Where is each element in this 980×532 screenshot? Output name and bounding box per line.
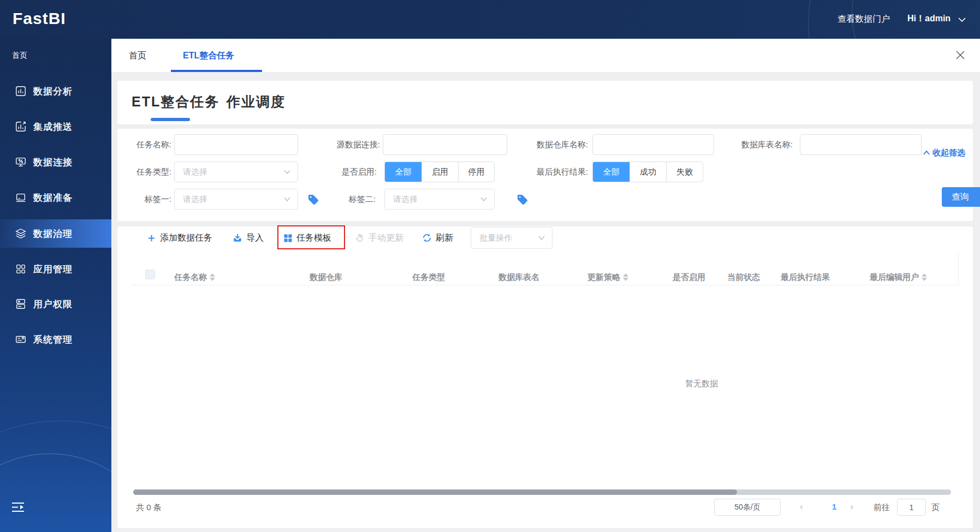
- column-header-enabled: 是否启用: [673, 269, 705, 285]
- task-type-select[interactable]: 请选择: [174, 162, 298, 182]
- window-tab-home[interactable]: 首页: [129, 39, 146, 72]
- enabled-option-on[interactable]: 启用: [422, 162, 459, 182]
- last-result-segmented-control: 全部 成功 失败: [592, 162, 703, 182]
- add-data-task-label: 添加数据任务: [160, 232, 212, 244]
- warehouse-name-input[interactable]: [592, 134, 714, 155]
- sidebar-item-data-connection[interactable]: 数据连接: [0, 148, 111, 176]
- plus-icon: [147, 234, 156, 243]
- column-header-warehouse: 数据仓库: [310, 269, 342, 285]
- last-result-option-success[interactable]: 成功: [630, 162, 667, 182]
- column-header-last-editor[interactable]: 最后编辑用户: [870, 269, 927, 285]
- collapse-filter-link[interactable]: 收起筛选: [923, 142, 965, 163]
- sidebar-item-data-governance[interactable]: 数据治理: [0, 219, 111, 248]
- tag-icon[interactable]: [516, 193, 529, 206]
- column-header-current-status: 当前状态: [727, 269, 760, 285]
- source-connection-input[interactable]: [383, 134, 507, 155]
- task-template-button[interactable]: 任务模板: [283, 230, 331, 246]
- bar-chart-icon: [15, 85, 27, 97]
- import-button[interactable]: 导入: [233, 230, 264, 246]
- sidebar-item-integration-push[interactable]: 集成推送: [0, 112, 111, 141]
- enabled-segmented-control: 全部 启用 停用: [384, 162, 495, 182]
- sidebar-decor-arc: [0, 421, 111, 532]
- goto-page-input[interactable]: [897, 499, 926, 516]
- column-label: 数据库表名: [498, 272, 539, 283]
- task-name-label: 任务名称:: [117, 134, 171, 155]
- push-chart-icon: [15, 121, 27, 133]
- chevron-down-icon: [283, 169, 291, 175]
- source-connection-label: 源数据连接:: [317, 134, 380, 155]
- refresh-button[interactable]: 刷新: [422, 230, 453, 246]
- manual-update-button[interactable]: 手动更新: [355, 230, 403, 246]
- enabled-option-all[interactable]: 全部: [385, 162, 422, 182]
- page-tab-underline: [151, 118, 190, 121]
- view-data-portal-link[interactable]: 查看数据门户: [838, 14, 890, 25]
- horizontal-scrollbar[interactable]: [133, 489, 951, 495]
- horizontal-scrollbar-thumb[interactable]: [133, 489, 737, 495]
- sidebar-item-data-preparation[interactable]: 数据准备: [0, 183, 111, 212]
- refresh-label: 刷新: [436, 232, 453, 244]
- tag-icon[interactable]: [307, 193, 320, 206]
- tag1-label: 标签一:: [117, 189, 171, 210]
- task-name-input[interactable]: [174, 134, 298, 155]
- last-result-option-fail[interactable]: 失败: [667, 162, 703, 182]
- sidebar-item-label: 数据治理: [33, 228, 73, 240]
- last-result-label: 最后执行结果:: [516, 162, 588, 182]
- sidebar-item-home[interactable]: 首页: [12, 51, 27, 61]
- table-name-label: 数据库表名称:: [721, 134, 793, 155]
- search-button[interactable]: 查询: [942, 187, 980, 207]
- user-card-icon: [15, 333, 27, 345]
- select-all-checkbox[interactable]: [145, 270, 155, 279]
- prev-page-button[interactable]: ‹: [796, 502, 807, 512]
- add-data-task-button[interactable]: 添加数据任务: [147, 230, 212, 246]
- sidebar-item-system-management[interactable]: 系统管理: [0, 325, 111, 354]
- next-page-button[interactable]: ›: [846, 502, 857, 512]
- goto-page-unit: 页: [931, 503, 940, 513]
- column-label: 任务类型: [412, 272, 445, 283]
- column-header-task-name[interactable]: 任务名称: [174, 269, 215, 285]
- page-tab-etl[interactable]: ETL整合任务: [132, 93, 219, 111]
- column-header-db-table: 数据库表名: [498, 269, 539, 285]
- column-label: 最后执行结果: [781, 272, 830, 283]
- user-greeting[interactable]: Hi！admin: [907, 13, 951, 25]
- sidebar-item-label: 集成推送: [33, 121, 73, 133]
- empty-state-text: 暂无数据: [669, 379, 734, 389]
- sidebar-item-app-management[interactable]: 应用管理: [0, 255, 111, 283]
- sidebar-item-label: 数据分析: [33, 85, 73, 98]
- table-name-input[interactable]: [800, 134, 922, 155]
- sort-icon[interactable]: [623, 273, 628, 281]
- import-download-icon: [233, 233, 242, 243]
- sort-icon[interactable]: [922, 273, 927, 281]
- sidebar-item-data-analysis[interactable]: 数据分析: [0, 77, 111, 105]
- close-icon[interactable]: [954, 49, 966, 61]
- last-result-option-all[interactable]: 全部: [593, 162, 630, 182]
- sort-icon[interactable]: [210, 273, 215, 281]
- monitor-percent-icon: [15, 156, 27, 168]
- sidebar-item-label: 数据连接: [33, 156, 73, 169]
- window-tab-etl[interactable]: ETL整合任务: [183, 39, 234, 72]
- sidebar-item-user-permissions[interactable]: 用户权限: [0, 290, 111, 318]
- page-size-select[interactable]: 50条/页: [714, 499, 781, 516]
- batch-operation-select[interactable]: 批量操作: [471, 227, 553, 249]
- current-page-number[interactable]: 1: [827, 502, 842, 511]
- column-header-last-result: 最后执行结果: [781, 269, 830, 285]
- enabled-label: 是否启用:: [322, 162, 377, 182]
- total-count: 共 0 条: [136, 503, 162, 513]
- sidebar-item-label: 系统管理: [33, 333, 73, 346]
- task-type-label: 任务类型:: [117, 162, 171, 182]
- sidebar: 首页 数据分析 集成推送 数据连接 数据准备 数据治理: [0, 39, 111, 532]
- page-tab-schedule[interactable]: 作业调度: [227, 93, 286, 111]
- column-label: 数据仓库: [310, 272, 342, 283]
- enabled-option-off[interactable]: 停用: [459, 162, 494, 182]
- page-title-card: ETL整合任务 作业调度: [117, 81, 973, 124]
- sidebar-collapse-icon[interactable]: [11, 501, 25, 513]
- tag1-select[interactable]: 请选择: [174, 189, 298, 210]
- collapse-filter-label: 收起筛选: [933, 148, 965, 158]
- chevron-down-icon[interactable]: [958, 16, 966, 23]
- tag2-label: 标签二:: [321, 189, 376, 210]
- header-decor-arc: [808, 0, 980, 39]
- column-header-update-strategy[interactable]: 更新策略: [587, 269, 628, 285]
- tag2-select[interactable]: 请选择: [384, 189, 495, 210]
- task-type-placeholder: 请选择: [183, 167, 207, 177]
- import-label: 导入: [246, 232, 264, 244]
- sidebar-item-label: 用户权限: [33, 298, 73, 310]
